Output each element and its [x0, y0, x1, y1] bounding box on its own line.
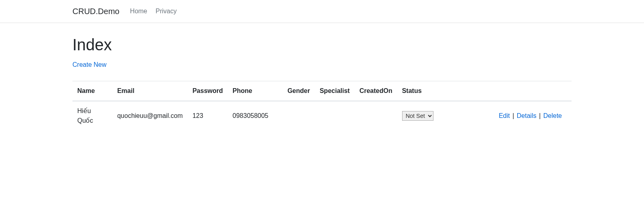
header-status: Status — [397, 81, 438, 101]
header-password: Password — [188, 81, 228, 101]
create-new-link[interactable]: Create New — [72, 60, 106, 70]
nav-link-home[interactable]: Home — [127, 3, 151, 19]
cell-name: Hiếu Quốc — [72, 101, 112, 130]
nav-link-privacy[interactable]: Privacy — [153, 3, 180, 19]
cell-email: quochieuu@gmail.com — [112, 101, 188, 130]
header-specialist: Specialist — [315, 81, 355, 101]
cell-phone: 0983058005 — [228, 101, 283, 130]
cell-createdon — [355, 101, 397, 130]
cell-status: Not Set — [397, 101, 438, 130]
header-name: Name — [72, 81, 112, 101]
cell-specialist — [315, 101, 355, 130]
details-link[interactable]: Details — [517, 112, 537, 119]
action-separator: | — [539, 112, 541, 119]
navbar: CRUD.Demo Home Privacy — [0, 0, 644, 23]
cell-password: 123 — [188, 101, 228, 130]
header-createdon: CreatedOn — [355, 81, 397, 101]
table-row: Hiếu Quốc quochieuu@gmail.com 123 098305… — [72, 101, 572, 130]
header-actions — [438, 81, 572, 101]
edit-link[interactable]: Edit — [499, 112, 510, 119]
header-gender: Gender — [283, 81, 315, 101]
header-email: Email — [112, 81, 188, 101]
data-table: Name Email Password Phone Gender Special… — [72, 81, 572, 130]
status-select[interactable]: Not Set — [402, 111, 433, 121]
header-phone: Phone — [228, 81, 283, 101]
navbar-brand[interactable]: CRUD.Demo — [72, 3, 120, 19]
page-title: Index — [72, 33, 572, 57]
cell-gender — [283, 101, 315, 130]
action-separator: | — [512, 112, 514, 119]
delete-link[interactable]: Delete — [543, 112, 562, 119]
cell-actions: Edit | Details | Delete — [438, 101, 572, 130]
